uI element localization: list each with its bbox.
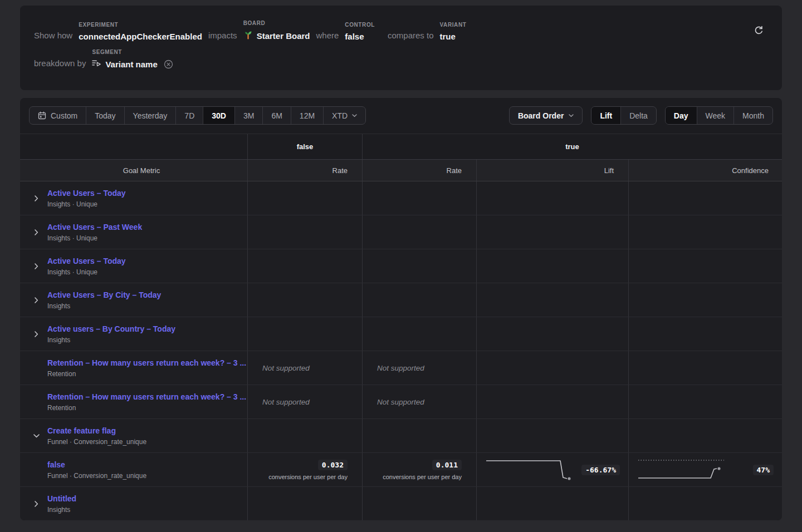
date-range-yesterday[interactable]: Yesterday [125, 107, 177, 124]
breakdown-by-text: breakdown by [34, 58, 86, 69]
lift-cell [476, 181, 628, 215]
control-value[interactable]: false [345, 32, 375, 41]
table-row: false Funnel · Conversion_rate_unique 0.… [20, 453, 782, 487]
board-value[interactable]: Starter Board [257, 31, 310, 41]
segment-selector[interactable]: SEGMENT Variant name [92, 49, 173, 69]
date-range-12m[interactable]: 12M [291, 107, 324, 124]
remove-circle-icon[interactable] [164, 60, 173, 69]
board-order-button[interactable]: Board Order [509, 106, 583, 125]
board-label: BOARD [243, 20, 310, 26]
granularity-month[interactable]: Month [734, 107, 772, 124]
metric-link[interactable]: Retention – How many users return each w… [47, 358, 247, 367]
granularity-toggle: Day Week Month [665, 106, 773, 125]
rate-variant-cell [362, 215, 476, 249]
query-row-1: Show how EXPERIMENT connectedAppCheckerE… [34, 20, 466, 41]
results-toolbar: Custom Today Yesterday 7D 30D 3M 6M 12M … [29, 106, 773, 125]
lift-cell [476, 215, 628, 249]
rate-control-cell [247, 317, 362, 351]
experiment-value[interactable]: connectedAppCheckerEnabled [79, 32, 202, 41]
confidence-cell: 47% [628, 453, 782, 486]
rate-control-cell [247, 249, 362, 283]
rate-control-cell: Not supported [247, 351, 362, 385]
variant-header-row: false true [20, 134, 782, 159]
control-selector[interactable]: CONTROL false [345, 22, 375, 41]
metric-link[interactable]: Create feature flag [47, 426, 247, 435]
table-row: Retention – How many users return each w… [20, 351, 782, 385]
results-table: false true Goal Metric Rate Rate Lift Co… [20, 134, 782, 520]
confidence-value: 47% [753, 465, 774, 475]
expand-chevron-icon[interactable] [31, 295, 41, 305]
date-range-xtd[interactable]: XTD [324, 107, 365, 124]
results-panel: Custom Today Yesterday 7D 30D 3M 6M 12M … [20, 98, 782, 520]
granularity-day[interactable]: Day [666, 107, 697, 124]
rate-variant-header: Rate [362, 160, 476, 181]
compares-to-text: compares to [388, 31, 434, 41]
metric-link[interactable]: Active users – By Country – Today [47, 324, 247, 333]
confidence-sparkline [637, 455, 725, 485]
date-range-today[interactable]: Today [86, 107, 124, 124]
date-range-3m[interactable]: 3M [235, 107, 263, 124]
table-row: Active Users – Today Insights · Unique [20, 249, 782, 283]
metric-link[interactable]: false [47, 460, 247, 469]
rate-variant-cell [362, 419, 476, 452]
rate-variant-unit: conversions per user per day [383, 474, 462, 480]
lift-value: -66.67% [581, 465, 620, 475]
board-selector[interactable]: BOARD Starter Board [243, 20, 310, 41]
rate-variant-cell [362, 317, 476, 351]
show-how-text: Show how [34, 31, 72, 41]
query-row-2: breakdown by SEGMENT Variant name [34, 49, 173, 69]
mode-lift[interactable]: Lift [591, 107, 621, 124]
lift-cell [476, 487, 628, 520]
date-range-30d[interactable]: 30D [203, 107, 235, 124]
rate-variant-value: 0.011 [432, 460, 462, 470]
rate-variant-cell [362, 283, 476, 317]
experiment-label: EXPERIMENT [79, 22, 202, 28]
variant-value[interactable]: true [440, 32, 467, 41]
expand-chevron-icon[interactable] [31, 227, 41, 237]
lift-cell [476, 385, 628, 418]
date-range-custom[interactable]: Custom [30, 107, 86, 124]
metric-link[interactable]: Active Users – Today [47, 189, 247, 198]
lift-cell [476, 249, 628, 283]
refresh-button[interactable] [751, 23, 766, 39]
rate-control-unit: conversions per user per day [268, 474, 348, 480]
table-row: Create feature flag Funnel · Conversion_… [20, 419, 782, 453]
rate-control-cell [247, 181, 362, 215]
rate-variant-cell: Not supported [362, 385, 476, 418]
experiment-selector[interactable]: EXPERIMENT connectedAppCheckerEnabled [79, 22, 202, 41]
expand-chevron-icon[interactable] [31, 193, 41, 203]
metric-link[interactable]: Active Users – Today [47, 257, 247, 265]
lift-delta-toggle: Lift Delta [591, 106, 656, 125]
metric-link[interactable]: Active Users – Past Week [47, 223, 247, 231]
impacts-text: impacts [208, 31, 237, 41]
collapse-chevron-icon[interactable] [31, 431, 41, 441]
table-row: Active Users – By City – Today Insights [20, 283, 782, 317]
granularity-week[interactable]: Week [697, 107, 735, 124]
confidence-cell [628, 351, 782, 385]
metric-subtitle: Retention [47, 370, 247, 378]
metric-subtitle: Insights [47, 302, 247, 310]
rate-control-cell [247, 215, 362, 249]
lift-cell: -66.67% [476, 453, 628, 486]
metric-link[interactable]: Active Users – By City – Today [47, 290, 247, 299]
metric-subtitle: Funnel · Conversion_rate_unique [47, 438, 247, 446]
segment-label: SEGMENT [92, 49, 173, 55]
segment-value[interactable]: Variant name [105, 60, 157, 69]
metric-link[interactable]: Untitled [47, 494, 247, 503]
variant-selector[interactable]: VARIANT true [440, 22, 467, 41]
date-range-7d[interactable]: 7D [176, 107, 203, 124]
goal-metric-header: Goal Metric [20, 160, 247, 181]
mode-delta[interactable]: Delta [621, 107, 656, 124]
table-row: Active users – By Country – Today Insigh… [20, 317, 782, 351]
expand-chevron-icon[interactable] [31, 261, 41, 271]
date-range-6m[interactable]: 6M [263, 107, 291, 124]
confidence-cell [628, 283, 782, 317]
confidence-header: Confidence [628, 160, 782, 181]
expand-chevron-icon[interactable] [31, 499, 41, 509]
metric-subtitle: Insights · Unique [47, 200, 247, 208]
rate-variant-cell [362, 181, 476, 215]
date-range-control: Custom Today Yesterday 7D 30D 3M 6M 12M … [29, 106, 366, 125]
metric-link[interactable]: Retention – How many users return each w… [47, 392, 247, 401]
metric-subtitle: Insights · Unique [47, 234, 247, 242]
expand-chevron-icon[interactable] [31, 329, 41, 339]
